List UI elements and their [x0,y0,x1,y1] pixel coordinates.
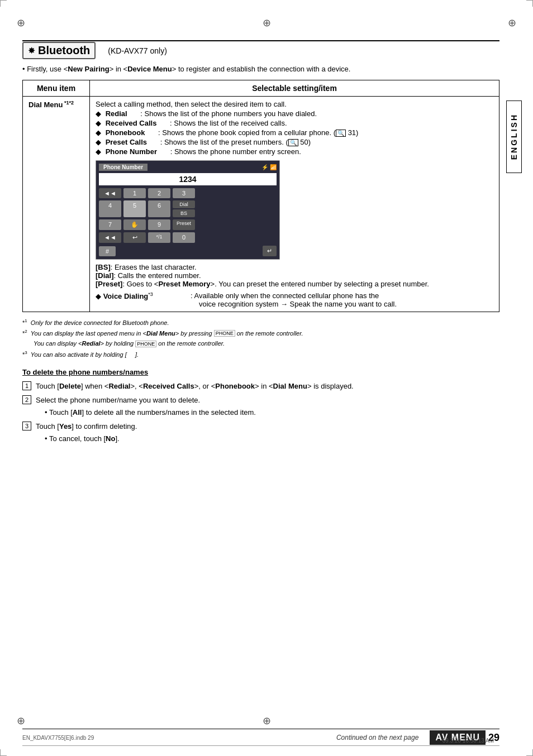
menu-item-sup1: *1*2 [63,100,74,106]
delete-step-3-sub: To cancel, touch [No]. [45,433,137,444]
key-9[interactable]: 9 [148,219,170,230]
bullet-icon: ◆ [96,128,101,137]
bullet-icon: ◆ [96,109,101,118]
key-6[interactable]: 6 [148,200,170,217]
menu-item-cell: Dial Menu *1*2 [23,97,90,312]
btn-dial[interactable]: Dial [173,200,195,208]
voice-dialing-desc2: voice recognition system → Speak the nam… [199,300,397,308]
top-line [22,40,499,41]
step-num-3: 3 [22,422,31,430]
table-header-menu: Menu item [23,80,90,97]
bottom-line-top [22,729,499,730]
item-redial: ◆ Redial : Shows the list of the phone n… [96,109,493,118]
desc-preset: [Preset]: Goes to <Preset Memory>. You c… [96,280,493,288]
bullet-icon: ◆ [96,147,101,156]
key-0[interactable]: 0 [173,232,195,243]
table-row: Dial Menu *1*2 Select a calling method, … [23,97,499,312]
footnotes-section: *1 Only for the device connected for Blu… [22,318,499,359]
voice-dialing-row: ◆ Voice Dialing*3 : Available only when … [96,291,493,308]
key-star[interactable]: */1 [148,232,170,243]
delete-section: To delete the phone numbers/names 1 Touc… [22,368,499,444]
reg-mark-left-top: ⊕ [17,17,25,29]
desc-bs: [BS]: Erases the last character. [96,263,493,271]
main-content: ✸ Bluetooth (KD-AVX77 only) • Firstly, u… [22,42,499,722]
delete-step-3-content: Touch [Yes] to confirm deleting. To canc… [36,421,137,444]
step-num-2: 2 [22,395,31,404]
voice-dialing-desc1: : Available only when the connected cell… [191,291,397,300]
key-hand: ✋ [123,219,146,230]
delete-step-2-sub: Touch [All] to delete all the numbers/na… [45,407,256,418]
bottom-bar: EN_KDAVX7755[E]6.indb 29 Continued on th… [22,730,499,745]
phone-ui-icons: ⚡ 📶 [261,164,277,170]
bullet-icon: ◆ [96,292,101,300]
bluetooth-title: Bluetooth [38,44,90,57]
bluetooth-subtitle: (KD-AVX77 only) [108,46,167,55]
sidebar-english: ENGLISH [506,101,522,173]
intro-note: • Firstly, use <New Pairing> in <Device … [22,65,499,73]
crop-mark-bl [0,749,7,756]
delete-step-2-content: Select the phone number/name you want to… [36,395,256,418]
footnote-2: *2 You can display the last opened menu … [22,328,499,338]
continued-text: Continued on the next page [336,734,418,741]
key-7[interactable]: 7 [99,219,121,230]
key-hash[interactable]: # [99,246,116,256]
bullet-icon: ◆ [96,138,101,146]
item-phone-number: ◆ Phone Number : Shows the phone number … [96,147,493,156]
menu-item-label: Dial Menu [28,101,63,109]
key-2[interactable]: 2 [148,188,170,198]
dial-intro: Select a calling method, then select the… [96,100,493,108]
desc-dial: [Dial]: Calls the entered number. [96,271,493,280]
bottom-filename: EN_KDAVX7755[E]6.indb 29 [22,735,94,741]
bottom-line-bottom [22,745,499,746]
sidebar-english-label: ENGLISH [510,113,518,160]
bluetooth-icon: ✸ [28,45,35,56]
crop-mark-br [526,749,533,756]
selectable-setting-cell: Select a calling method, then select the… [90,97,499,312]
step-num-1: 1 [22,381,31,390]
key-back2[interactable]: ◄◄ [99,232,121,243]
btn-preset[interactable]: Preset [173,219,195,230]
key-4[interactable]: 4 [99,200,121,217]
key-back-arrow[interactable]: ↩ [123,232,146,243]
bluetooth-icon-box: ✸ Bluetooth [22,42,96,59]
crop-mark-tr [526,0,533,7]
bottom-datetime: 09.3.20 10:50:13 AM [442,738,494,744]
table-header-setting: Selectable setting/item [90,80,499,97]
delete-step-3: 3 Touch [Yes] to confirm deleting. To ca… [22,421,499,444]
btn-bs[interactable]: BS [173,209,195,217]
bluetooth-header: ✸ Bluetooth (KD-AVX77 only) [22,42,499,59]
item-preset-calls: ◆ Preset Calls : Shows the list of the p… [96,138,493,146]
main-table: Menu item Selectable setting/item Dial M… [22,80,499,312]
reg-mark-right-top: ⊕ [508,17,516,29]
btn-exit[interactable]: ↵ [263,246,277,256]
btn-descriptions: [BS]: Erases the last character. [Dial]:… [96,263,493,288]
delete-step-1-content: Touch [Delete] when <Redial>, <Received … [36,381,354,392]
footnote-2b: You can display <Redial> by holding PHON… [34,339,499,348]
delete-section-title: To delete the phone numbers/names [22,368,499,376]
delete-step-1: 1 Touch [Delete] when <Redial>, <Receive… [22,381,499,392]
phone-number-display: 1234 [99,173,277,185]
item-received-calls: ◆ Received Calls : Shows the list of the… [96,119,493,127]
key-back[interactable]: ◄◄ [99,188,121,198]
crop-mark-tl [0,0,7,7]
footnote-3: *3 You can also activate it by holding [… [22,350,499,359]
delete-step-2: 2 Select the phone number/name you want … [22,395,499,418]
footnote-1: *1 Only for the device connected for Blu… [22,318,499,327]
reg-mark-top: ⊕ [263,17,271,29]
phone-ui-container: Phone Number ⚡ 📶 1234 ◄◄ 1 2 3 [96,160,493,260]
item-phonebook: ◆ Phonebook : Shows the phone book copie… [96,128,493,137]
key-1[interactable]: 1 [123,188,146,198]
key-dial-bs-group: Dial BS [173,200,195,217]
key-5[interactable]: 5 [123,200,146,217]
bullet-icon: ◆ [96,119,101,127]
key-3[interactable]: 3 [173,188,195,198]
phone-ui-title: Phone Number [99,164,147,171]
